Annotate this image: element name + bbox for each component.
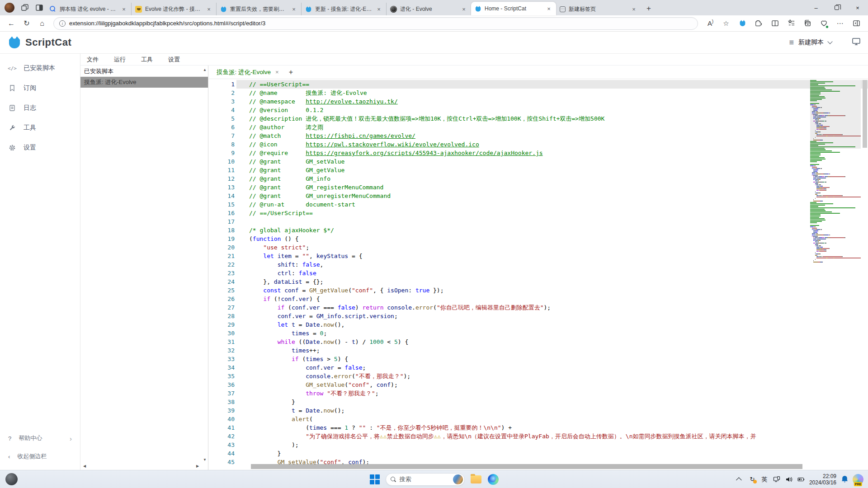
favorite-star-icon[interactable]: ☆	[719, 17, 733, 30]
back-button[interactable]: ←	[5, 17, 18, 30]
code-line[interactable]: 31 while ((Date.now() - t) / 1000 < 5) {	[208, 338, 868, 346]
browser-tab[interactable]: 新建标签页×	[556, 3, 641, 15]
sidebar-item-collapse[interactable]: ‹ 收起侧边栏	[0, 447, 80, 465]
code-line[interactable]: 38 }	[208, 398, 868, 406]
code-line[interactable]: 42 "为了确保游戏排名公平，将⚠⚠禁止数据自动同步⚠⚠，请悉知\n（建议在设置…	[208, 432, 868, 441]
read-aloud-icon[interactable]: A	[703, 17, 717, 30]
taskbar-search[interactable]: 搜索	[386, 473, 465, 486]
code-line[interactable]: 28 conf.ver = GM_info.script.version;	[208, 312, 868, 320]
code-line[interactable]: 1// ==UserScript==	[208, 80, 868, 89]
code-line[interactable]: 13// @grant GM_registerMenuCommand	[208, 183, 868, 192]
scroll-right-icon[interactable]: ▶	[194, 463, 201, 469]
code-line[interactable]: 17	[208, 217, 868, 226]
code-line[interactable]: 5// @description 进化，锁死最大值！双击无最大值数据项=>增加1…	[208, 114, 868, 123]
tab-close-icon[interactable]: ×	[205, 6, 212, 13]
code-line[interactable]: 21 let item = "", keyStatus = {	[208, 252, 868, 260]
code-line[interactable]: 41 (times === 1 ? "" : "不是，你至少看个5秒钟吧，挺重要…	[208, 423, 868, 432]
menu-item-设置[interactable]: 设置	[168, 56, 180, 64]
tab-actions-icon[interactable]	[35, 4, 43, 12]
browser-tab[interactable]: Home - ScriptCat×	[471, 2, 556, 15]
menu-item-文件[interactable]: 文件	[87, 56, 99, 64]
menu-item-工具[interactable]: 工具	[141, 56, 153, 64]
code-line[interactable]: 44 }	[208, 449, 868, 458]
tray-clock[interactable]: 22:09 2024/03/16	[809, 473, 836, 486]
browser-tab[interactable]: 重置后失效，需要刷新才能再...×	[216, 3, 301, 15]
editor-new-tab-icon[interactable]: +	[289, 68, 293, 76]
sidebar-item-已安装脚本[interactable]: </>已安装脚本	[0, 58, 80, 78]
code-line[interactable]: 40 alert(	[208, 415, 868, 423]
language-indicator[interactable]: 英	[760, 474, 769, 485]
code-line[interactable]: 3// @namespace http://evolve.taozhiyu.tk…	[208, 97, 868, 106]
code-line[interactable]: 14// @grant GM_unregisterMenuCommand	[208, 192, 868, 200]
code-line[interactable]: 12// @grant GM_info	[208, 174, 868, 183]
minimap[interactable]	[810, 80, 861, 470]
network-icon[interactable]	[773, 474, 781, 485]
horizontal-scrollbar[interactable]	[251, 464, 802, 469]
code-area[interactable]: 1// ==UserScript==2// @name 摸鱼派: 进化-Evol…	[208, 79, 868, 470]
url-text[interactable]: extension://liilgpjgabokdklappibcjfablkp…	[69, 20, 265, 27]
code-line[interactable]: 24 }, dataList = {};	[208, 277, 868, 286]
extensions-icon[interactable]	[751, 17, 766, 30]
scroll-up-icon[interactable]: ▲	[202, 66, 208, 73]
code-line[interactable]: 10// @grant GM_setValue	[208, 157, 868, 166]
minimize-button[interactable]: –	[806, 0, 826, 15]
code-line[interactable]: 4// @version 0.1.2	[208, 106, 868, 114]
menu-item-运行[interactable]: 运行	[114, 56, 126, 64]
edge-icon[interactable]	[487, 474, 499, 485]
tab-close-icon[interactable]: ×	[290, 6, 297, 13]
sidebar-item-日志[interactable]: 日志	[0, 98, 80, 118]
tab-close-icon[interactable]: ×	[545, 5, 552, 12]
new-tab-button[interactable]: +	[643, 3, 655, 14]
code-line[interactable]: 18/* global ajaxHooker $*/	[208, 226, 868, 235]
refresh-button[interactable]: ↻	[20, 17, 33, 30]
code-line[interactable]: 37 throw "不看？那我走？";	[208, 389, 868, 398]
tab-close-icon[interactable]: ×	[630, 6, 637, 13]
sync-icon[interactable]: ↻	[748, 474, 756, 485]
favorites-bar-icon[interactable]	[784, 17, 798, 30]
tab-close-icon[interactable]: ×	[460, 6, 467, 13]
code-line[interactable]: 29 let t = Date.now(),	[208, 320, 868, 329]
start-button[interactable]	[369, 474, 380, 485]
browser-tab[interactable]: Evolve 进化作弊 - 摸鱼派×	[131, 3, 216, 15]
code-line[interactable]: 16// ==/UserScript==	[208, 209, 868, 217]
sidebar-item-设置[interactable]: 设置	[0, 138, 80, 158]
sidebar-item-订阅[interactable]: 订阅	[0, 78, 80, 98]
code-line[interactable]: 22 shift: false,	[208, 260, 868, 269]
code-line[interactable]: 19(function () {	[208, 235, 868, 243]
browser-essentials-icon[interactable]	[816, 17, 831, 30]
site-info-icon[interactable]: i	[59, 20, 66, 27]
code-line[interactable]: 15// @run-at document-start	[208, 200, 868, 209]
code-line[interactable]: 43 );	[208, 441, 868, 449]
browser-tab[interactable]: 进化 - Evolve×	[386, 3, 471, 15]
code-line[interactable]: 9// @require https://greasyfork.org/scri…	[208, 149, 868, 157]
split-screen-icon[interactable]	[768, 17, 782, 30]
code-line[interactable]: 30 times = 0;	[208, 329, 868, 338]
scroll-left-icon[interactable]: ◀	[81, 463, 88, 469]
tab-close-icon[interactable]: ×	[120, 6, 127, 13]
code-line[interactable]: 6// @author 涛之雨	[208, 123, 868, 131]
collections-icon[interactable]	[800, 17, 815, 30]
code-line[interactable]: 32 times++;	[208, 346, 868, 355]
vertical-scrollbar-thumb[interactable]	[863, 80, 867, 148]
volume-icon[interactable]	[785, 474, 793, 485]
tray-expand-icon[interactable]	[736, 474, 744, 485]
code-line[interactable]: 11// @grant GM_getValue	[208, 166, 868, 174]
home-button[interactable]: ⌂	[35, 17, 49, 30]
url-field[interactable]: i extension://liilgpjgabokdklappibcjfabl…	[53, 17, 698, 30]
tab-close-icon[interactable]: ×	[375, 6, 382, 13]
code-line[interactable]: 7// @match https://fishpi.cn/games/evolv…	[208, 131, 868, 140]
script-list-item[interactable]: 摸鱼派: 进化-Evolve	[80, 77, 208, 88]
close-button[interactable]: ×	[847, 0, 868, 15]
editor-tab[interactable]: 摸鱼派: 进化-Evolve ×	[217, 68, 279, 76]
code-line[interactable]: 23 ctrl: false	[208, 269, 868, 277]
scroll-down-icon[interactable]: ▼	[202, 456, 208, 463]
search-daily-image[interactable]	[453, 474, 463, 484]
restore-button[interactable]	[826, 0, 847, 15]
code-line[interactable]: 35 console.error("不看，那我走？");	[208, 372, 868, 380]
vertical-scrollbar[interactable]	[862, 79, 868, 470]
sidebar-item-help[interactable]: ? 帮助中心 ›	[0, 429, 80, 447]
chevron-down-icon[interactable]	[827, 39, 832, 44]
browser-tab[interactable]: 更新 - 摸鱼派: 进化-Evolve - ...×	[301, 3, 386, 15]
code-line[interactable]: 26 if (!conf.ver) {	[208, 295, 868, 303]
code-line[interactable]: 20 "use strict";	[208, 243, 868, 252]
